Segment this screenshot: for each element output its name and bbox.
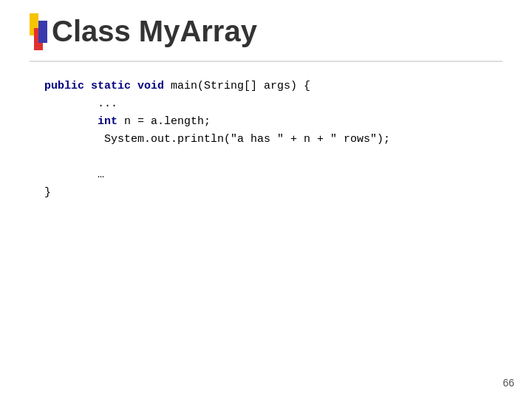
code-block: public static void main(String[] args) {… — [44, 78, 390, 202]
title-underline — [30, 61, 502, 62]
code-line-closing: } — [44, 184, 390, 202]
code-line-3: int n = a.length; — [44, 113, 390, 131]
title-accent — [30, 13, 38, 59]
code-line-5 — [44, 149, 390, 166]
code-line-4: System.out.println("a has " + n + " rows… — [44, 131, 390, 149]
page-number: 66 — [502, 377, 514, 389]
accent-blue — [38, 21, 47, 43]
code-line-2: ... — [44, 95, 390, 113]
code-line-6: … — [44, 166, 390, 184]
slide-title: Class MyArray — [52, 15, 257, 48]
code-line-1: public static void main(String[] args) { — [44, 78, 390, 95]
slide: Class MyArray public static void main(St… — [0, 0, 532, 399]
